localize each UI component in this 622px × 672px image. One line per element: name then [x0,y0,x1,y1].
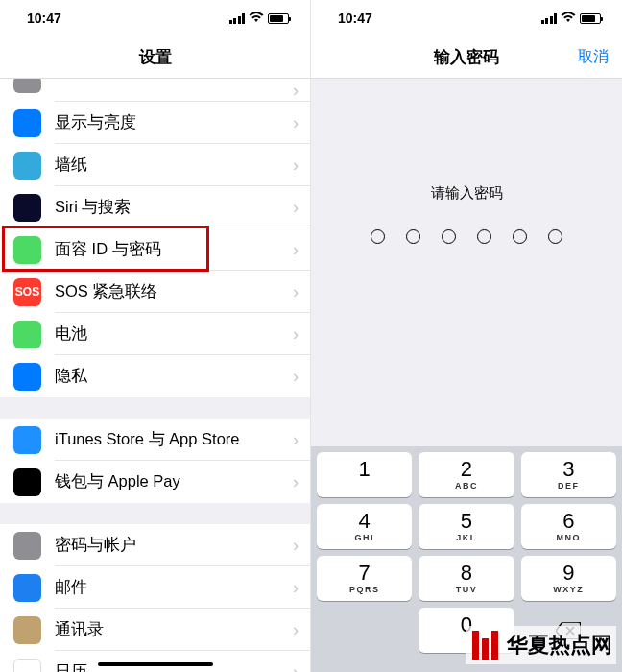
passcode-dots [371,229,562,244]
row-privacy[interactable]: 隐私› [0,355,310,397]
row-display[interactable]: 显示与亮度› [0,102,310,144]
keypad-key-9[interactable]: 9WXYZ [521,556,616,601]
keypad-key-number: 8 [461,563,472,584]
passcode-dot [371,229,385,244]
row-mail[interactable]: 邮件› [0,566,310,609]
chevron-right-icon: › [293,662,310,673]
status-right [229,11,290,26]
keypad-key-1[interactable]: 1 [317,452,412,497]
keypad-key-letters: TUV [456,585,478,594]
chevron-right-icon: › [293,324,310,345]
row-contacts[interactable]: 通讯录› [0,609,310,651]
row-wallpaper[interactable]: 墙纸› [0,144,310,186]
page-title: 输入密码 [434,46,499,68]
row-display-icon [13,109,41,137]
row-sos-icon: SOS [13,278,41,306]
row-label: iTunes Store 与 App Store [55,429,293,450]
chevron-right-icon: › [293,367,310,387]
row-label: 墙纸 [55,155,293,176]
home-indicator[interactable] [98,662,213,666]
keypad-key-2[interactable]: 2ABC [419,452,514,497]
wifi-icon [561,11,576,26]
passcode-prompt: 请输入密码 [431,184,503,203]
row-faceid-icon [13,236,41,264]
row-contacts-icon [13,616,41,644]
passcode-dot [477,229,491,244]
passcode-dot [442,229,456,244]
row-label: 面容 ID 与密码 [55,239,293,260]
keypad-key-letters: PQRS [349,585,380,594]
keypad-key-letters: DEF [558,481,580,491]
keypad-key-number: 9 [562,563,574,584]
keypad-key-letters [363,481,367,491]
battery-icon [268,13,289,24]
keypad-key-3[interactable]: 3DEF [521,452,616,497]
keypad-blank [317,608,412,653]
row-label: 电池 [55,324,293,345]
chevron-right-icon: › [293,282,310,302]
status-time: 10:47 [338,11,372,26]
keypad-key-letters: MNO [557,533,582,542]
row-wallet-icon [13,468,41,496]
row-battery[interactable]: 电池› [0,313,310,355]
row-calendar[interactable]: 日历› [0,651,310,672]
keypad-key-4[interactable]: 4GHI [317,504,412,549]
keypad-key-number: 6 [562,511,574,532]
status-bar: 10:47 [311,0,622,36]
watermark-logo-icon [469,628,501,662]
row-label: SOS 紧急联络 [55,281,293,302]
row-sos[interactable]: SOSSOS 紧急联络› [0,271,310,313]
watermark: 华夏热点网 [466,626,616,664]
chevron-right-icon: › [293,620,310,640]
wifi-icon [249,11,264,26]
row-label: 钱包与 Apple Pay [55,471,293,492]
settings-screen: 10:47 设置 ›显示与亮度›墙纸›Siri 与搜索›面容 ID 与密码›SO… [0,0,311,672]
keypad-key-letters: ABC [455,481,478,491]
keypad-key-number: 3 [562,459,574,480]
nav-bar: 输入密码 取消 [311,36,622,79]
keypad-key-number: 2 [461,459,472,480]
keypad-key-8[interactable]: 8TUV [419,556,514,601]
status-bar: 10:47 [0,0,310,36]
row-faceid[interactable]: 面容 ID 与密码› [0,228,310,271]
status-time: 10:47 [27,11,61,26]
row-passwords[interactable]: 密码与帐户› [0,524,310,566]
chevron-right-icon: › [293,472,310,492]
chevron-right-icon: › [293,113,310,133]
row-passwords-icon [13,532,41,560]
watermark-text: 华夏热点网 [507,631,612,660]
page-title: 设置 [139,46,172,68]
keypad-key-6[interactable]: 6MNO [521,504,616,549]
chevron-right-icon: › [293,156,310,176]
keypad-key-5[interactable]: 5JKL [419,504,514,549]
passcode-dot [513,229,527,244]
row-partial[interactable]: › [0,79,310,102]
cancel-button[interactable]: 取消 [578,36,609,78]
row-siri[interactable]: Siri 与搜索› [0,186,310,228]
keypad-key-number: 5 [461,511,472,532]
row-wallet[interactable]: 钱包与 Apple Pay› [0,461,310,503]
row-label: 邮件 [55,577,293,598]
passcode-dot [548,229,562,244]
row-label: Siri 与搜索 [55,197,293,218]
nav-bar: 设置 [0,36,310,79]
chevron-right-icon: › [293,81,310,101]
row-battery-icon [13,321,41,348]
battery-icon [580,13,601,24]
row-privacy-icon [13,363,41,391]
settings-list[interactable]: ›显示与亮度›墙纸›Siri 与搜索›面容 ID 与密码›SOSSOS 紧急联络… [0,79,310,672]
chevron-right-icon: › [293,198,310,218]
keypad-key-number: 7 [359,563,371,584]
chevron-right-icon: › [293,536,310,556]
row-label: 通讯录 [55,619,293,640]
keypad-key-7[interactable]: 7PQRS [317,556,412,601]
row-label: 显示与亮度 [55,112,293,133]
passcode-dot [406,229,420,244]
chevron-right-icon: › [293,430,310,450]
row-label: 隐私 [55,366,293,387]
keypad-key-letters: WXYZ [553,585,584,594]
row-wallpaper-icon [13,152,41,180]
row-itunes[interactable]: iTunes Store 与 App Store› [0,419,310,461]
signal-icon [229,13,246,24]
passcode-area: 请输入密码 [311,79,622,446]
